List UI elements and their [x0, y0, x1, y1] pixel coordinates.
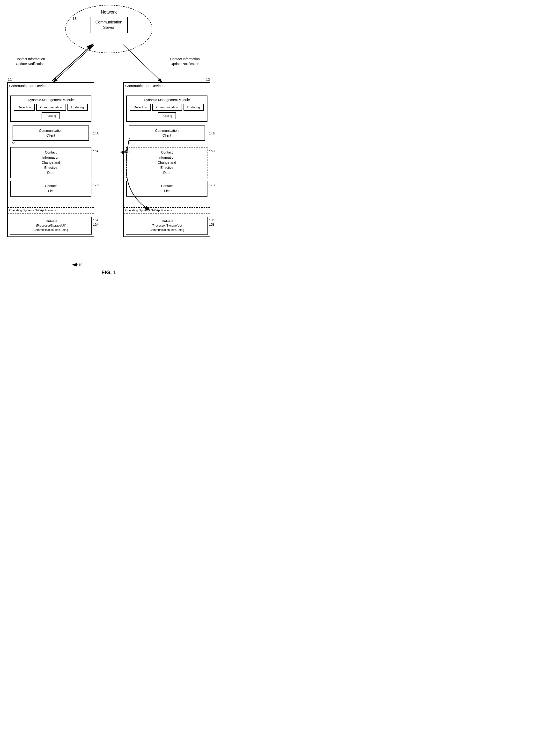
ref-10-arrow: [71, 262, 79, 267]
ref-18b: 18B: [209, 218, 214, 222]
dmm-left-label: Dynamic Management Module: [12, 98, 89, 102]
dmm-right-label: Dynamic Management Module: [128, 98, 205, 102]
ref-10-area: 10: [71, 262, 82, 267]
contact-info-left: ContactInformationChange andEffectiveDat…: [10, 147, 91, 178]
diagram-container: Network CommunicationServer 13 Contact I…: [0, 0, 218, 278]
ref-18a: 18A: [93, 218, 98, 222]
update-label: Update: [120, 150, 130, 154]
ref-19b: 19B: [209, 222, 214, 227]
os-left: Operating System / SW Applications: [8, 207, 94, 214]
ref-15a: 15A: [10, 141, 94, 145]
dmm-btn-detection-right: Detection: [130, 104, 151, 111]
dmm-btn-updating-right: Updating: [184, 104, 204, 111]
device-left-label: Communication Device: [8, 83, 94, 89]
notif-left: Contact InformationUpdate Notification: [13, 57, 47, 66]
dmm-btn-detection-left: Detection: [14, 104, 35, 111]
device-left: 11 Communication Device Dynamic Manageme…: [7, 82, 94, 237]
ref-14a: 14A: [93, 131, 99, 135]
ref-17a: 17A: [93, 183, 99, 187]
fig-label: FIG. 1: [101, 269, 116, 276]
ref-15b: 15B: [126, 141, 210, 145]
comm-client-left: CommunicationClient: [12, 125, 89, 141]
dmm-btn-communication-right: Communication: [152, 104, 182, 111]
dmm-btn-parsing-left: Parsing: [42, 112, 60, 119]
comm-server-label: CommunicationServer: [95, 20, 122, 30]
ref-16a: 16A: [93, 149, 99, 153]
os-right: Operating System / SW Applications: [124, 207, 210, 214]
dmm-btn-updating-left: Updating: [68, 104, 88, 111]
contact-list-left: ContactList: [10, 181, 91, 196]
ref-16b: 16B: [209, 149, 215, 153]
dmm-btn-communication-left: Communication: [36, 104, 66, 111]
dmm-left-buttons: Detection Communication Updating Parsing: [12, 104, 89, 119]
device-right-label: Communication Device: [124, 83, 210, 89]
network-label: Network: [101, 10, 117, 15]
notif-right: Contact InformationUpdate Notification: [165, 57, 204, 66]
ref-17b: 17B: [209, 183, 215, 187]
dmm-right-buttons: Detection Communication Updating Parsing: [128, 104, 205, 119]
hw-right: Hardware(Processor/Storage/UI//Communica…: [126, 217, 208, 234]
ref-14b: 14B: [209, 131, 215, 135]
dmm-btn-parsing-right: Parsing: [158, 112, 176, 119]
ref-11: 11: [8, 77, 12, 81]
hw-left: Hardware(Processor/Storage/UI/Communicat…: [10, 217, 92, 234]
network-ellipse: Network CommunicationServer: [65, 5, 152, 53]
dmm-left: Dynamic Management Module Detection Comm…: [10, 96, 91, 122]
ref-13: 13: [73, 16, 77, 21]
ref-12: 12: [206, 77, 210, 81]
ref-10: 10: [79, 263, 82, 267]
contact-info-right: ContactInformationChange andEffectiveDat…: [126, 147, 208, 178]
device-right: 12 Communication Device Dynamic Manageme…: [123, 82, 210, 237]
contact-list-right: ContactList: [126, 181, 208, 196]
dmm-right: Dynamic Management Module Detection Comm…: [126, 96, 208, 122]
comm-client-right: CommunicationClient: [128, 125, 205, 141]
comm-server-box: CommunicationServer: [90, 17, 127, 33]
ref-19a: 19A: [93, 222, 98, 227]
